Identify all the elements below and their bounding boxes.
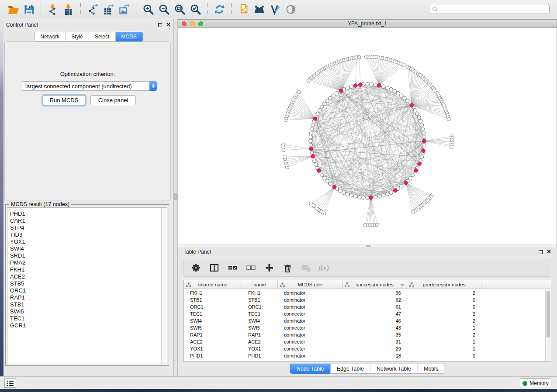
network-node[interactable] bbox=[329, 182, 332, 186]
zoom-selected-button[interactable] bbox=[187, 2, 203, 17]
network-node[interactable] bbox=[420, 123, 424, 127]
close-table-panel-icon[interactable]: ✕ bbox=[547, 250, 551, 254]
network-node[interactable] bbox=[309, 139, 312, 143]
export-image-button[interactable] bbox=[116, 2, 132, 17]
network-node[interactable] bbox=[396, 91, 400, 95]
network-node[interactable] bbox=[377, 195, 381, 198]
float-panel-icon[interactable] bbox=[158, 23, 162, 27]
tab-network[interactable]: Network bbox=[34, 32, 66, 41]
network-satellite-node[interactable] bbox=[281, 143, 285, 146]
network-node[interactable] bbox=[332, 94, 335, 97]
network-node[interactable] bbox=[314, 163, 318, 166]
float-table-panel-icon[interactable] bbox=[539, 250, 543, 254]
select-all-button[interactable] bbox=[227, 262, 238, 274]
network-node[interactable] bbox=[408, 176, 412, 180]
table-vscrollbar[interactable] bbox=[545, 289, 551, 361]
network-hub-node[interactable] bbox=[404, 181, 408, 185]
network-node[interactable] bbox=[309, 143, 312, 147]
deselect-all-button[interactable] bbox=[245, 262, 256, 274]
mcds-result-item[interactable]: TID3 bbox=[7, 231, 167, 238]
network-hub-node[interactable] bbox=[377, 83, 381, 87]
mcds-result-item[interactable]: PHD1 bbox=[7, 210, 167, 217]
network-hub-node[interactable] bbox=[414, 168, 418, 172]
network-node[interactable] bbox=[316, 112, 319, 116]
mcds-result-item[interactable]: CAR1 bbox=[7, 217, 167, 224]
column-header-successor-nodes[interactable]: successor nodes bbox=[343, 280, 407, 289]
network-node[interactable] bbox=[323, 176, 326, 180]
mcds-result-item[interactable]: FKH1 bbox=[7, 266, 167, 273]
open-session-button[interactable] bbox=[5, 2, 21, 17]
network-hub-node[interactable] bbox=[339, 89, 343, 93]
network-node[interactable] bbox=[415, 112, 419, 116]
save-session-button[interactable] bbox=[21, 2, 37, 17]
mcds-result-item[interactable]: SRD1 bbox=[7, 252, 167, 259]
mcds-result-item[interactable]: SWI5 bbox=[7, 308, 167, 315]
maximize-window-icon[interactable] bbox=[198, 21, 203, 26]
mcds-result-item[interactable]: GCR1 bbox=[7, 322, 167, 329]
network-node[interactable] bbox=[422, 135, 426, 139]
settings-button[interactable] bbox=[190, 262, 201, 274]
network-canvas[interactable] bbox=[178, 28, 557, 244]
export-network-button[interactable] bbox=[85, 2, 100, 17]
network-hub-node[interactable] bbox=[422, 149, 426, 153]
column-view-button[interactable] bbox=[208, 262, 220, 274]
table-row[interactable]: ORC1ORC1dominator610 bbox=[184, 303, 551, 310]
network-hub-node[interactable] bbox=[311, 155, 315, 158]
zoom-out-button[interactable] bbox=[156, 2, 172, 17]
table-row[interactable]: YOX1YOX1connector291 bbox=[184, 345, 551, 352]
network-node[interactable] bbox=[417, 116, 421, 119]
tab-select[interactable]: Select bbox=[89, 32, 115, 41]
network-node[interactable] bbox=[400, 185, 403, 188]
mcds-result-item[interactable]: RAP1 bbox=[7, 294, 167, 301]
column-header-name[interactable]: name bbox=[242, 280, 278, 289]
close-panel-button[interactable]: Close panel bbox=[90, 95, 136, 105]
network-node[interactable] bbox=[312, 159, 316, 162]
zoom-fit-button[interactable] bbox=[172, 2, 187, 17]
network-hub-node[interactable] bbox=[353, 84, 357, 88]
table-row[interactable]: STB1STB1dominator620 bbox=[184, 296, 551, 303]
network-node[interactable] bbox=[420, 155, 424, 158]
annotations-button[interactable] bbox=[267, 2, 283, 17]
network-node[interactable] bbox=[349, 85, 353, 88]
network-node[interactable] bbox=[403, 96, 406, 100]
network-node[interactable] bbox=[411, 173, 415, 177]
network-satellite-node[interactable] bbox=[283, 155, 287, 158]
mcds-result-item[interactable]: STB1 bbox=[7, 301, 167, 308]
network-satellite-node[interactable] bbox=[363, 224, 367, 227]
mcds-list-scrollbar[interactable] bbox=[161, 208, 167, 364]
network-node[interactable] bbox=[339, 189, 342, 193]
network-hub-node[interactable] bbox=[317, 168, 321, 172]
network-node[interactable] bbox=[318, 109, 321, 112]
network-hub-node[interactable] bbox=[410, 103, 414, 107]
mcds-result-item[interactable]: STP4 bbox=[7, 224, 167, 231]
network-node[interactable] bbox=[370, 83, 373, 86]
network-node[interactable] bbox=[309, 131, 313, 134]
network-node[interactable] bbox=[357, 196, 361, 199]
network-hub-node[interactable] bbox=[313, 117, 317, 120]
table-vscroll-thumb[interactable] bbox=[547, 291, 550, 337]
mcds-result-item[interactable]: ACE2 bbox=[7, 273, 167, 280]
close-panel-icon[interactable]: ✕ bbox=[166, 23, 171, 27]
column-header-predecessor-nodes[interactable]: predecessor nodes bbox=[407, 280, 481, 289]
network-node[interactable] bbox=[323, 102, 326, 106]
network-node[interactable] bbox=[381, 85, 385, 88]
find-button[interactable] bbox=[251, 2, 267, 17]
network-hub-node[interactable] bbox=[369, 196, 373, 199]
network-node[interactable] bbox=[413, 109, 417, 112]
import-network-button[interactable] bbox=[45, 2, 61, 17]
network-hub-node[interactable] bbox=[418, 162, 422, 166]
criterion-dropdown[interactable]: largest connected component (undirected) bbox=[21, 81, 157, 91]
network-node[interactable] bbox=[389, 191, 393, 194]
close-window-icon[interactable] bbox=[182, 21, 187, 26]
memory-button[interactable]: Memory bbox=[520, 378, 551, 388]
network-satellite-node[interactable] bbox=[412, 210, 415, 213]
network-hub-node[interactable] bbox=[393, 189, 397, 193]
mcds-result-item[interactable]: SWI4 bbox=[7, 245, 167, 252]
network-node[interactable] bbox=[325, 179, 329, 183]
network-node[interactable] bbox=[393, 89, 396, 93]
network-satellite-node[interactable] bbox=[447, 117, 451, 121]
network-satellite-node[interactable] bbox=[309, 202, 313, 205]
network-node[interactable] bbox=[346, 86, 349, 89]
network-node[interactable] bbox=[381, 194, 385, 197]
network-node[interactable] bbox=[320, 105, 324, 109]
